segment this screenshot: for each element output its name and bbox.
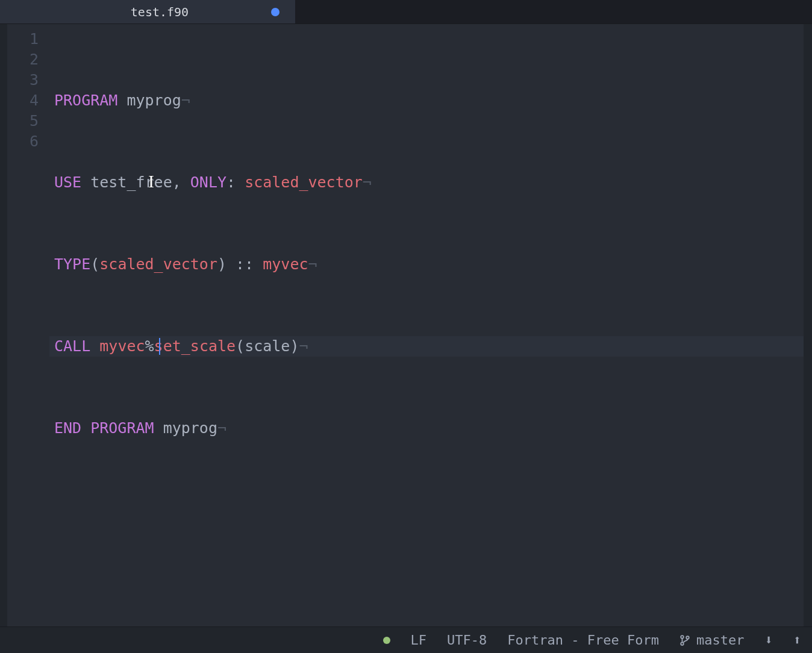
type-name: scaled_vector [99,255,217,273]
status-git-branch[interactable]: master [679,633,744,648]
variable: myvec [263,255,308,273]
variable: myvec [99,337,145,355]
soft-return-icon: ¬ [299,337,308,355]
line-number: 5 [7,111,39,131]
editor-area: 1 2 3 4 5 6 PROGRAM myprog¬ USE test_fre… [0,24,812,626]
keyword: ONLY [190,173,226,191]
punct: :: [226,255,263,273]
modified-indicator-icon [271,8,280,16]
code-line[interactable]: END PROGRAM myprog¬ [54,418,804,439]
type-name: scaled_vector [245,173,363,191]
soft-return-icon: ¬ [217,419,226,437]
line-number-gutter: 1 2 3 4 5 6 [7,24,49,626]
soft-return-icon: ¬ [363,173,372,191]
git-fetch-button[interactable]: ⬇ [765,633,773,648]
soft-return-icon: ¬ [308,255,317,273]
code-content[interactable]: PROGRAM myprog¬ USE test_free, ONLY: sca… [49,24,804,626]
argument: scale [245,337,290,355]
keyword: TYPE [54,255,90,273]
code-line-current[interactable]: CALL myvec%set_scale(scale)¬ [49,336,804,357]
punct: % [145,337,154,355]
punct: ) [290,337,299,355]
tab-title: test.f90 [131,5,189,19]
code-editor[interactable]: 1 2 3 4 5 6 PROGRAM myprog¬ USE test_fre… [7,24,812,626]
keyword: USE [54,173,81,191]
identifier: myprog [163,419,217,437]
arrow-down-icon: ⬇ [765,633,773,648]
line-number: 3 [7,70,39,90]
keyword: PROGRAM [90,419,154,437]
code-line[interactable]: PROGRAM myprog¬ [54,90,804,111]
keyword: CALL [54,337,90,355]
vertical-scrollbar[interactable] [804,24,812,626]
identifier: myprog [126,92,181,109]
arrow-up-icon: ⬆ [793,633,801,648]
svg-point-1 [681,642,684,645]
status-dot-icon [383,637,390,644]
tab-bar: test.f90 [0,0,812,24]
scrollbar-track [804,24,812,626]
status-encoding[interactable]: UTF-8 [447,633,487,648]
svg-point-0 [681,636,684,639]
soft-return-icon: ¬ [181,92,190,109]
tab-file[interactable]: test.f90 [0,0,295,23]
text-caret [159,338,160,355]
punct: ( [90,255,99,273]
punct: : [226,173,236,191]
code-line[interactable]: TYPE(scaled_vector) :: myvec¬ [54,254,804,275]
tab-bar-empty [295,0,812,23]
keyword: END [54,419,81,437]
status-file-indicator[interactable] [383,637,390,644]
line-number: 2 [7,49,39,70]
left-rail [0,24,7,626]
status-bar: LF UTF-8 Fortran - Free Form master ⬇ ⬆ [0,626,812,653]
git-branch-icon [679,634,690,647]
code-line[interactable] [54,500,804,520]
status-line-ending[interactable]: LF [411,633,427,648]
svg-point-2 [686,636,689,639]
line-number: 4 [7,90,39,111]
git-push-button[interactable]: ⬆ [793,633,801,648]
punct: ( [236,337,245,355]
keyword: PROGRAM [54,92,117,109]
status-language[interactable]: Fortran - Free Form [507,633,659,648]
branch-name: master [696,633,744,648]
call-name: et_scale [163,337,236,355]
punct: ) [217,255,226,273]
identifier: test_free [90,173,172,191]
punct: , [172,173,181,191]
line-number: 6 [7,131,39,152]
app-root: test.f90 1 2 3 4 5 6 PROGRAM myprog¬ USE… [0,0,812,653]
line-number: 1 [7,29,39,49]
code-line[interactable]: USE test_free, ONLY: scaled_vector¬ [54,172,804,193]
